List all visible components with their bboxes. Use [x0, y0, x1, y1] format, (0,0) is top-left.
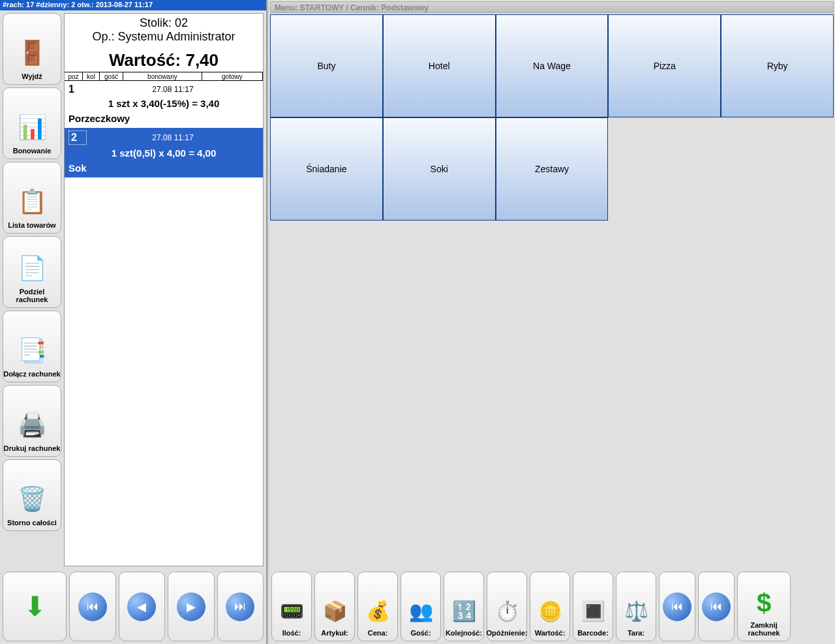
prev-icon: ⏮	[702, 592, 731, 621]
sidebar-label: Wyjdź	[22, 72, 42, 80]
tool-icon: 💰	[366, 592, 390, 629]
menu-item[interactable]: Na Wage	[496, 14, 609, 117]
col-poz: poz	[65, 72, 83, 80]
nav-prev-button[interactable]: ◀	[119, 572, 166, 641]
tool-icon: 🔢	[452, 592, 476, 629]
sidebar-bonowanie[interactable]: 📊Bonowanie	[3, 87, 61, 159]
sidebar-label: Podziel rachunek	[3, 288, 61, 303]
bottom-nav-left: ⬇ ⏮ ◀ ▶ ⏭	[0, 569, 266, 644]
status-bar: #rach: 17 #dzienny: 2 otw.: 2013-08-27 1…	[0, 0, 266, 10]
prev-icon: ◀	[127, 592, 156, 621]
tool-button[interactable]: ⚖️Tara:	[616, 572, 656, 641]
menu-item[interactable]: Soki	[383, 117, 496, 221]
trash-icon: 🗑️	[18, 480, 47, 519]
sidebar-podziel[interactable]: 📄Podziel rachunek	[3, 236, 61, 308]
tool-label: Ilość:	[282, 629, 301, 637]
tool-label: Kolejność:	[446, 629, 482, 637]
list-icon: 📋	[18, 182, 47, 221]
tool-button[interactable]: 📟Ilość:	[271, 572, 312, 641]
order-item[interactable]: 127.08 11:17 1 szt x 3,40(-15%) = 3,40 P…	[65, 81, 263, 128]
order-item[interactable]: 227.08 11:17 1 szt(0,5l) x 4,00 = 4,00 S…	[65, 128, 263, 177]
tool-icon: 📟	[280, 592, 304, 629]
menu-item[interactable]: Ryby	[721, 14, 834, 117]
tool-button[interactable]: 🔢Kolejność:	[444, 572, 484, 641]
tool-icon: ⏱️	[495, 592, 519, 629]
tool-label: Opóźnienie:	[487, 629, 528, 637]
close-bill-button[interactable]: $Zamknij rachunek	[737, 572, 791, 641]
arrow-down-button[interactable]: ⬇	[3, 572, 67, 641]
tool-label: Gość:	[410, 629, 431, 637]
sidebar-exit[interactable]: 🚪Wyjdź	[3, 13, 61, 85]
tool-button[interactable]: 💰Cena:	[357, 572, 398, 641]
tool-icon: 📦	[323, 592, 347, 629]
item-num: 1	[68, 84, 87, 95]
tool-nav-prev[interactable]: ⏮	[698, 572, 735, 641]
tool-icon: 🪙	[538, 592, 562, 629]
sidebar-label: Drukuj rachunek	[4, 444, 61, 452]
col-bon: bonowany	[123, 72, 202, 80]
chart-icon: 📊	[18, 108, 47, 147]
col-gosc: gość	[100, 72, 123, 80]
tool-label: Artykuł:	[321, 629, 348, 637]
menu-item[interactable]: Hotel	[383, 14, 496, 117]
tool-button[interactable]: 📦Artykuł:	[314, 572, 355, 641]
tool-label: Cena:	[368, 629, 388, 637]
sidebar-drukuj[interactable]: 🖨️Drukuj rachunek	[3, 385, 61, 457]
order-panel: Stolik: 02 Op.: Systemu Administrator Wa…	[64, 13, 264, 566]
item-calc: 1 szt(0,5l) x 4,00 = 4,00	[68, 147, 259, 159]
merge-icon: 📑	[18, 331, 47, 370]
tool-icon: ⚖️	[624, 592, 648, 629]
bottom-toolbar: 📟Ilość:📦Artykuł:💰Cena:👥Gość:🔢Kolejność:⏱…	[269, 569, 835, 644]
menu-item[interactable]: Pizza	[608, 14, 721, 117]
sidebar-dolacz[interactable]: 📑Dołącz rachunek	[3, 311, 61, 382]
operator-label: Op.: Systemu Administrator	[65, 30, 263, 44]
item-timestamp: 27.08 11:17	[87, 85, 259, 94]
menu-item[interactable]: Buty	[270, 14, 383, 117]
print-icon: 🖨️	[18, 405, 47, 444]
tool-nav-first[interactable]: ⏮	[659, 572, 695, 641]
sidebar-label: Storno całości	[7, 519, 57, 527]
total-label: Wartość: 7,40	[65, 50, 263, 70]
tool-button[interactable]: 🔳Barcode:	[573, 572, 613, 641]
table-label: Stolik: 02	[65, 16, 263, 30]
order-items: 127.08 11:17 1 szt x 3,40(-15%) = 3,40 P…	[65, 81, 263, 566]
sidebar-lista-towarow[interactable]: 📋Lista towarów	[3, 162, 61, 234]
menu-item[interactable]: Śniadanie	[270, 117, 383, 221]
dollar-icon: $	[757, 585, 771, 621]
item-name: Porzeczkowy	[68, 113, 259, 124]
sidebar: 🚪Wyjdź 📊Bonowanie 📋Lista towarów 📄Podzie…	[0, 10, 64, 569]
rewind-icon: ⏮	[78, 592, 107, 621]
tool-icon: 🔳	[581, 592, 605, 629]
close-bill-label: Zamknij rachunek	[738, 621, 790, 637]
tool-icon: 👥	[409, 592, 433, 629]
rewind-icon: ⏮	[663, 592, 691, 621]
col-got: gotowy	[202, 72, 263, 80]
arrow-down-icon: ⬇	[23, 590, 46, 622]
col-kol: kol	[83, 72, 100, 80]
tool-button[interactable]: ⏱️Opóźnienie:	[487, 572, 527, 641]
column-headers: poz kol gość bonowany gotowy	[65, 72, 263, 81]
menu-breadcrumb: Menu: STARTOWY / Cennik: Podstawowy	[270, 1, 834, 13]
item-num: 2	[68, 130, 87, 145]
next-icon: ▶	[177, 592, 205, 621]
item-calc: 1 szt x 3,40(-15%) = 3,40	[68, 98, 259, 109]
menu-grid: ButyHotelNa WagePizzaRybyŚniadanieSokiZe…	[269, 13, 835, 222]
menu-item[interactable]: Zestawy	[496, 117, 609, 221]
item-timestamp: 27.08 11:17	[87, 133, 259, 142]
nav-next-button[interactable]: ▶	[168, 572, 215, 641]
sidebar-label: Bonowanie	[13, 147, 52, 155]
sidebar-label: Lista towarów	[8, 221, 55, 229]
item-name: Sok	[68, 162, 259, 174]
tool-button[interactable]: 🪙Wartość:	[530, 572, 570, 641]
sidebar-storno[interactable]: 🗑️Storno całości	[3, 459, 61, 531]
nav-first-button[interactable]: ⏮	[69, 572, 116, 641]
forward-icon: ⏭	[226, 592, 254, 621]
door-icon: 🚪	[18, 33, 47, 72]
tool-label: Barcode:	[577, 629, 609, 637]
split-icon: 📄	[18, 249, 47, 288]
tool-button[interactable]: 👥Gość:	[401, 572, 441, 641]
tool-label: Tara:	[628, 629, 645, 637]
nav-last-button[interactable]: ⏭	[217, 572, 264, 641]
sidebar-label: Dołącz rachunek	[3, 370, 60, 378]
tool-label: Wartość:	[535, 629, 566, 637]
